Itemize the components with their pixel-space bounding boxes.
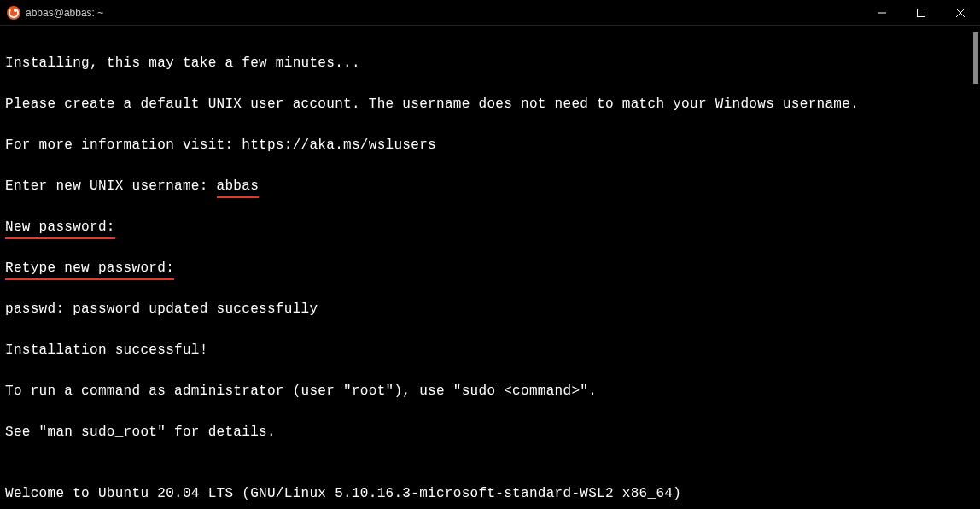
terminal-line: Please create a default UNIX user accoun…	[5, 94, 975, 114]
close-button[interactable]	[941, 0, 980, 25]
minimize-icon	[878, 9, 886, 17]
username-prompt: Enter new UNIX username:	[5, 178, 217, 194]
terminal-line: New password:	[5, 217, 975, 237]
close-icon	[956, 9, 965, 17]
maximize-button[interactable]	[901, 0, 941, 25]
scrollbar-thumb[interactable]	[973, 32, 978, 84]
terminal-line: Enter new UNIX username: abbas	[5, 176, 975, 196]
terminal-line: Retype new password:	[5, 258, 975, 278]
terminal-line: Installation successful!	[5, 340, 975, 360]
titlebar-left: abbas@abbas: ~	[7, 6, 103, 20]
window-title: abbas@abbas: ~	[26, 7, 103, 19]
window-titlebar: abbas@abbas: ~	[0, 0, 980, 26]
terminal-line: Installing, this may take a few minutes.…	[5, 53, 975, 73]
terminal-line: See "man sudo_root" for details.	[5, 422, 975, 442]
minimize-button[interactable]	[862, 0, 901, 25]
ubuntu-icon	[7, 6, 20, 20]
terminal-line: passwd: password updated successfully	[5, 299, 975, 319]
new-password-label: New password:	[5, 217, 115, 237]
username-value: abbas	[217, 176, 260, 196]
retype-password-label: Retype new password:	[5, 258, 174, 278]
window-controls	[862, 0, 980, 25]
terminal-line: Welcome to Ubuntu 20.04 LTS (GNU/Linux 5…	[5, 483, 975, 504]
terminal-content[interactable]: Installing, this may take a few minutes.…	[0, 26, 980, 509]
maximize-icon	[917, 9, 925, 17]
terminal-line: To run a command as administrator (user …	[5, 381, 975, 401]
svg-rect-1	[918, 9, 925, 16]
terminal-line: For more information visit: https://aka.…	[5, 135, 975, 155]
